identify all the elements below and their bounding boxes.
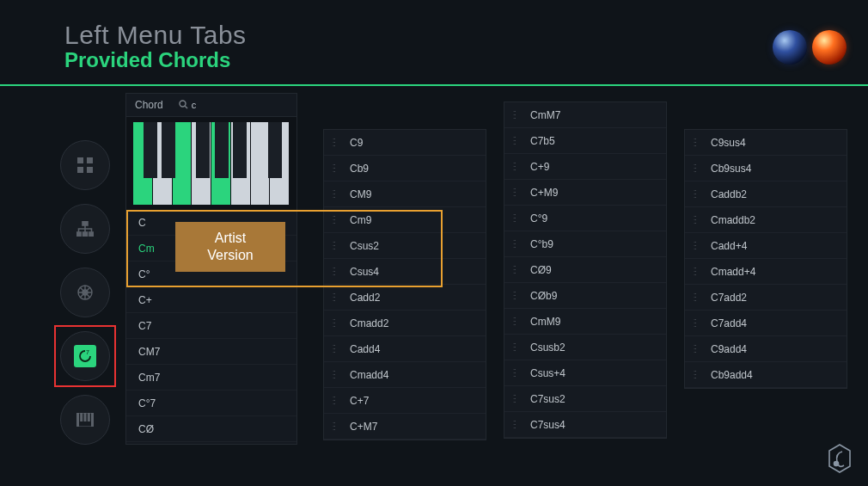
- chord-label: Caddb2: [711, 188, 747, 200]
- chord-label: C9add4: [711, 343, 747, 355]
- svg-rect-15: [88, 413, 90, 421]
- chord-item[interactable]: ······Csusb2: [504, 335, 666, 360]
- chord-item[interactable]: ······Cmadd+4: [685, 259, 847, 285]
- chord-item[interactable]: ······Cmaddb2: [685, 207, 847, 233]
- chord-item[interactable]: ······Cb9add4: [685, 362, 847, 388]
- chord-item[interactable]: ······C+M7: [324, 414, 486, 440]
- drag-grip-icon: ······: [694, 344, 702, 354]
- chord-item[interactable]: ······C°9: [504, 206, 666, 231]
- chord-item[interactable]: ······C7add4: [685, 311, 847, 336]
- orb-orange: [812, 30, 847, 65]
- svg-point-18: [834, 462, 839, 466]
- chord-item[interactable]: CM7: [126, 339, 296, 365]
- chord-item[interactable]: ······CM9: [324, 181, 486, 207]
- chord-item[interactable]: ······C9: [324, 130, 486, 156]
- drag-grip-icon: ······: [694, 163, 702, 174]
- chord-item[interactable]: ······Cm9: [324, 207, 486, 233]
- drag-grip-icon: ······: [513, 213, 522, 224]
- chord-panel-header: Chord c: [126, 94, 296, 117]
- chord-label: C7b5: [530, 135, 555, 147]
- chord-item[interactable]: Cm7: [126, 365, 296, 391]
- chord-item[interactable]: ······Caddb2: [685, 181, 847, 207]
- drag-grip-icon: ······: [694, 189, 702, 200]
- chord-item[interactable]: ······CØb9: [504, 283, 666, 309]
- chord-item[interactable]: ······Cadd2: [324, 285, 486, 311]
- search-input[interactable]: c: [192, 100, 197, 110]
- chord-item[interactable]: ······C+M9: [504, 180, 666, 206]
- drag-grip-icon: ······: [513, 188, 522, 198]
- svg-rect-1: [87, 157, 93, 163]
- chord-item[interactable]: Cm: [126, 236, 296, 261]
- chord-item[interactable]: C: [126, 210, 296, 236]
- chord-label: Csus+4: [530, 367, 565, 379]
- chord-label: C°b9: [530, 238, 553, 250]
- chord-item[interactable]: ······Cb9: [324, 156, 486, 181]
- sidebar-hierarchy-button[interactable]: [60, 204, 110, 254]
- chord-item[interactable]: ······C7b5: [504, 128, 666, 154]
- chord-item[interactable]: ······C°b9: [504, 231, 666, 257]
- drag-grip-icon: ······: [513, 239, 522, 249]
- svg-point-17: [180, 101, 186, 107]
- drag-grip-icon: ······: [694, 292, 702, 303]
- chord-label: C7add2: [711, 292, 747, 304]
- piano-black-key: [196, 122, 210, 178]
- drag-grip-icon: ······: [333, 292, 341, 303]
- chord-item[interactable]: CØ: [126, 416, 296, 442]
- drag-grip-icon: ······: [333, 267, 341, 277]
- chord-item[interactable]: ······CmM7: [504, 102, 666, 128]
- svg-rect-12: [76, 413, 79, 427]
- svg-rect-4: [83, 221, 88, 225]
- grid-icon: [77, 157, 93, 173]
- search-icon[interactable]: [179, 100, 188, 111]
- drag-grip-icon: ······: [694, 370, 702, 380]
- wheel-icon: [76, 284, 94, 301]
- chord-item[interactable]: C°7: [126, 391, 296, 416]
- chord-column-3: ······CmM7······C7b5······C+9······C+M9·…: [504, 102, 667, 445]
- chord-item[interactable]: ······C9add4: [685, 336, 847, 362]
- page-subtitle: Provided Chords: [64, 48, 868, 72]
- chord-label: Cb9add4: [711, 369, 753, 381]
- drag-grip-icon: ······: [333, 138, 341, 148]
- sidebar-wheel-button[interactable]: [60, 268, 110, 317]
- chord-label: CM9: [350, 188, 371, 200]
- page-title: Left Menu Tabs: [64, 21, 868, 50]
- chord-item[interactable]: ······C7add2: [685, 285, 847, 311]
- drag-grip-icon: ······: [333, 421, 341, 432]
- chord-item[interactable]: ······C7sus4: [504, 412, 666, 438]
- chord-label: Cadd+4: [711, 240, 747, 252]
- chord-item[interactable]: ······Cb9sus4: [685, 156, 847, 181]
- sidebar-chord-button[interactable]: 7: [60, 331, 110, 381]
- chord-item[interactable]: ······Cmadd2: [324, 311, 486, 336]
- chord-label: Csus4: [350, 266, 379, 278]
- sidebar-grid-button[interactable]: [60, 140, 110, 190]
- chord-item[interactable]: ······Cmadd4: [324, 362, 486, 388]
- chord-label: CØb9: [530, 290, 557, 302]
- chord-panel-label: Chord: [135, 99, 163, 111]
- chord-item[interactable]: ······Csus+4: [504, 360, 666, 386]
- drag-grip-icon: ······: [333, 370, 341, 380]
- svg-rect-6: [83, 232, 88, 237]
- drag-grip-icon: ······: [513, 317, 522, 327]
- chord-item[interactable]: ······C+9: [504, 154, 666, 180]
- drag-grip-icon: ······: [513, 162, 522, 172]
- chord-item[interactable]: ······C+7: [324, 388, 486, 414]
- drag-grip-icon: ······: [513, 136, 522, 146]
- chord-item[interactable]: C°: [126, 261, 296, 287]
- chord-label: C9: [350, 137, 363, 149]
- chord-item[interactable]: ······Csus2: [324, 233, 486, 259]
- chord-label: C+M7: [350, 421, 377, 433]
- chord-item[interactable]: ······Cadd+4: [685, 233, 847, 259]
- chord-item[interactable]: ······CmM9: [504, 309, 666, 335]
- chord-item[interactable]: ······C7sus2: [504, 386, 666, 412]
- chord-item[interactable]: C+: [126, 287, 296, 313]
- chord-item[interactable]: ······CØ9: [504, 257, 666, 283]
- chord-label: Cb9sus4: [711, 163, 751, 175]
- drag-grip-icon: ······: [513, 420, 522, 430]
- chord-item[interactable]: ······C9sus4: [685, 130, 847, 156]
- chord-item[interactable]: ······Cadd4: [324, 336, 486, 362]
- chord-item[interactable]: C7: [126, 313, 296, 339]
- chord-item[interactable]: ······Csus4: [324, 259, 486, 285]
- sidebar-piano-button[interactable]: [60, 395, 110, 445]
- chord-label: Cmadd2: [350, 317, 388, 329]
- svg-rect-5: [76, 232, 81, 237]
